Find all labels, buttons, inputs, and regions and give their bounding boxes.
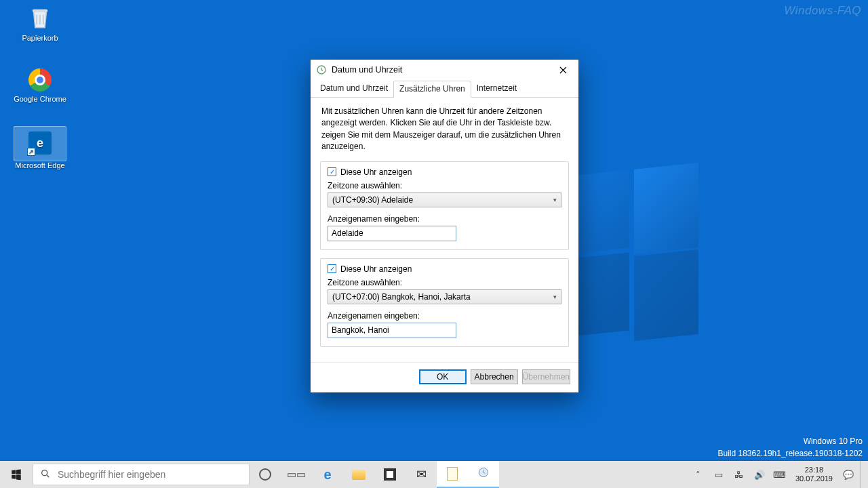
wallpaper-windows-logo xyxy=(570,173,698,336)
taskbar-explorer[interactable] xyxy=(343,461,374,488)
taskbar-search[interactable] xyxy=(33,464,250,485)
taskbar-taskview[interactable]: ▭▭ xyxy=(281,461,312,488)
clock-1-tz-label: Zeitzone auswählen: xyxy=(328,181,561,190)
chevron-down-icon: ▾ xyxy=(553,293,557,300)
desktop-icon-edge[interactable]: e↗ Microsoft Edge xyxy=(14,126,66,169)
clock-icon xyxy=(477,466,490,482)
store-icon xyxy=(384,468,396,481)
clock-1-show-checkbox[interactable]: ✓ xyxy=(328,167,336,176)
clock-1-group: ✓ Diese Uhr anzeigen Zeitzone auswählen:… xyxy=(320,161,569,250)
dialog-tabs: Datum und Uhrzeit Zusätzliche Uhren Inte… xyxy=(311,80,578,98)
tray-battery[interactable]: ▭ xyxy=(710,470,728,480)
chrome-icon xyxy=(26,66,54,94)
dialog-panel: Mit zusätzlichen Uhren kann die Uhrzeit … xyxy=(311,98,578,362)
cortana-icon xyxy=(259,468,271,481)
tray-notifications[interactable]: 💬 xyxy=(840,470,857,480)
close-button[interactable] xyxy=(548,60,578,80)
clock-2-name-label: Anzeigenamen eingeben: xyxy=(328,311,561,321)
taskbar-time: 23:18 xyxy=(795,466,833,474)
tab-date-time[interactable]: Datum und Uhrzeit xyxy=(315,81,393,98)
tray-chevron-up[interactable]: ˄ xyxy=(690,470,707,480)
desktop-icon-label: Papierkorb xyxy=(14,34,66,42)
taskbar-apps: ▭▭ e ✉ xyxy=(250,461,499,488)
network-icon: 🖧 xyxy=(734,470,743,480)
search-icon xyxy=(40,468,51,481)
dialog-buttons: OK Abbrechen Übernehmen xyxy=(311,362,578,392)
clock-2-timezone-select[interactable]: (UTC+07:00) Bangkok, Hanoi, Jakarta ▾ xyxy=(328,289,561,304)
taskbar-clock[interactable]: 23:18 30.07.2019 xyxy=(791,466,837,483)
notepad-icon xyxy=(447,467,458,481)
taskbar-cortana[interactable] xyxy=(250,461,281,488)
clock-1-name-label: Anzeigenamen eingeben: xyxy=(328,214,561,224)
clock-2-tz-label: Zeitzone auswählen: xyxy=(328,278,561,287)
taskbar-date: 30.07.2019 xyxy=(795,474,833,483)
desktop-icon-label: Microsoft Edge xyxy=(14,161,66,169)
clock-2-show-label: Diese Uhr anzeigen xyxy=(340,264,412,274)
notifications-icon: 💬 xyxy=(843,470,854,480)
tray-volume[interactable]: 🔊 xyxy=(751,470,768,480)
volume-icon: 🔊 xyxy=(754,470,765,480)
taskbar-store[interactable] xyxy=(374,461,406,488)
build-number: Build 18362.19h1_release.190318-1202 xyxy=(717,447,863,460)
battery-icon: ▭ xyxy=(715,470,723,480)
taskbar: ▭▭ e ✉ ˄ ▭ 🖧 🔊 ⌨ 23:18 30.07.2019 💬 xyxy=(0,461,868,488)
mail-icon: ✉ xyxy=(416,467,427,482)
ok-button[interactable]: OK xyxy=(419,369,467,384)
clock-1-timezone-value: (UTC+09:30) Adelaide xyxy=(332,195,413,205)
taskview-icon: ▭▭ xyxy=(287,468,306,481)
taskbar-datetime-cpl[interactable] xyxy=(468,461,499,488)
taskbar-edge[interactable]: e xyxy=(312,461,343,488)
dialog-titlebar[interactable]: Datum und Uhrzeit xyxy=(311,60,578,80)
taskbar-mail[interactable]: ✉ xyxy=(406,461,437,488)
svg-rect-0 xyxy=(33,9,47,12)
clock-2-name-input[interactable] xyxy=(328,323,456,338)
panel-description: Mit zusätzlichen Uhren kann die Uhrzeit … xyxy=(320,106,569,153)
tray-language[interactable]: ⌨ xyxy=(771,470,789,480)
chevron-up-icon: ˄ xyxy=(696,470,701,480)
edge-icon: e↗ xyxy=(26,129,54,157)
windows-icon xyxy=(10,468,22,481)
clock-1-show-label: Diese Uhr anzeigen xyxy=(340,167,412,177)
desktop: Windows-FAQ Windows 10 Pro Build 18362.1… xyxy=(0,0,868,488)
apply-button: Übernehmen xyxy=(522,369,570,384)
cancel-button[interactable]: Abbrechen xyxy=(471,369,518,384)
clock-2-timezone-value: (UTC+07:00) Bangkok, Hanoi, Jakarta xyxy=(332,292,471,302)
chevron-down-icon: ▾ xyxy=(553,197,557,203)
desktop-icon-recycle-bin[interactable]: Papierkorb xyxy=(14,5,66,42)
start-button[interactable] xyxy=(0,461,33,488)
recycle-bin-icon xyxy=(26,5,54,33)
clock-2-group: ✓ Diese Uhr anzeigen Zeitzone auswählen:… xyxy=(320,258,569,347)
search-input[interactable] xyxy=(58,469,242,480)
svg-point-2 xyxy=(42,470,47,475)
show-desktop-button[interactable] xyxy=(860,461,864,488)
watermark-text: Windows-FAQ xyxy=(784,4,861,18)
tab-additional-clocks[interactable]: Zusätzliche Uhren xyxy=(393,81,471,98)
clock-icon xyxy=(316,64,327,75)
desktop-icon-chrome[interactable]: Google Chrome xyxy=(14,66,66,103)
desktop-icon-label: Google Chrome xyxy=(14,95,66,103)
build-edition: Windows 10 Pro xyxy=(717,435,863,447)
clock-1-name-input[interactable] xyxy=(328,226,456,241)
edge-icon: e xyxy=(323,467,331,483)
system-tray: ˄ ▭ 🖧 🔊 ⌨ 23:18 30.07.2019 💬 xyxy=(686,461,868,488)
close-icon xyxy=(559,66,567,74)
date-time-dialog: Datum und Uhrzeit Datum und Uhrzeit Zusä… xyxy=(311,60,578,392)
taskbar-notepad[interactable] xyxy=(437,461,468,488)
clock-1-timezone-select[interactable]: (UTC+09:30) Adelaide ▾ xyxy=(328,192,561,207)
build-info: Windows 10 Pro Build 18362.19h1_release.… xyxy=(717,435,863,460)
tray-network[interactable]: 🖧 xyxy=(730,470,748,480)
keyboard-icon: ⌨ xyxy=(773,470,786,480)
clock-2-show-checkbox[interactable]: ✓ xyxy=(328,264,336,273)
folder-icon xyxy=(352,470,366,480)
dialog-title: Datum und Uhrzeit xyxy=(332,65,548,75)
tab-internet-time[interactable]: Internetzeit xyxy=(471,81,522,98)
